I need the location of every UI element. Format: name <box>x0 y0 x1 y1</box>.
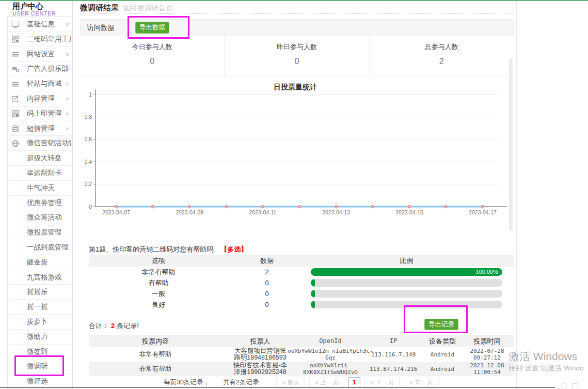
svg-text:2023-04-13: 2023-04-13 <box>322 209 350 215</box>
qr-code-icon <box>11 110 20 118</box>
progress-fill <box>311 301 315 308</box>
sidebar-item-golden-egg[interactable]: 砸金蛋 <box>7 255 72 270</box>
sidebar-item-scratch-card[interactable]: 幸运刮刮卡 <box>7 166 72 181</box>
poll-header-row: 选项 数据 比例 <box>89 255 514 267</box>
stat-yesterday: 昨日参与人数 0 <box>224 36 369 76</box>
progress-track: 100.00% <box>311 268 502 276</box>
export-records-button[interactable]: 导出记录 <box>424 319 458 330</box>
export-data-button[interactable]: 导出数据 <box>135 22 169 34</box>
svg-text:2023-04-07: 2023-04-07 <box>102 209 130 215</box>
chevron-down-icon: ∨ <box>65 106 70 121</box>
svg-text:0.2: 0.2 <box>84 181 92 187</box>
visit-data-label: 访问数据 <box>87 23 115 33</box>
stat-today: 今日参与人数 0 <box>80 36 224 76</box>
sidebar-menu: 基础信息 ∨ 二维码常用工具 网站设置 ∨ 广告人俱乐部 ∨ 轻站与商城 ∨ 内… <box>7 17 72 389</box>
progress-fill: 100.00% <box>311 268 502 276</box>
table-row: 非常有帮助 大客服项目营销张 路明18948186593 ooXbYwW1o12… <box>89 347 514 362</box>
sidebar-item-vote-mgmt[interactable]: 微投票管理 <box>7 225 72 240</box>
chevron-down-icon: ∨ <box>65 121 70 136</box>
sidebar-item-grid-game[interactable]: 九宫格游戏 <box>7 270 72 285</box>
header-divider <box>80 13 514 14</box>
stat-total: 总参与人数 2 <box>369 36 514 76</box>
svg-text:1: 1 <box>89 91 92 98</box>
progress-fill <box>311 279 315 287</box>
progress-track <box>311 290 502 298</box>
progress-track <box>311 301 502 308</box>
edit-icon <box>11 95 20 103</box>
chevron-down-icon: ∨ <box>65 47 70 62</box>
chat-icon <box>11 65 20 73</box>
stats-row: 今日参与人数 0 昨日参与人数 0 总参与人数 2 <box>80 36 514 76</box>
multi-select-tag: 【多选】 <box>220 245 247 253</box>
question-title: 第1题、快印客的营销二维码对您有帮助吗【多选】 <box>89 245 247 254</box>
faint-circle-icon <box>561 383 567 389</box>
record-count: 2 <box>111 322 115 330</box>
brand-logo: 用户中心 USER CENTER <box>7 1 72 17</box>
svg-text:0.8: 0.8 <box>84 114 92 120</box>
sidebar-item-big-wheel[interactable]: 超级大转盘 <box>7 151 72 166</box>
svg-text:2023-04-15: 2023-04-15 <box>395 209 423 215</box>
current-page-button[interactable]: 1 <box>348 377 360 387</box>
sidebar-item-ad-club[interactable]: 广告人俱乐部 ∨ <box>7 61 72 76</box>
vote-records-table: 投票内容 投票人 OpenId IP 设备类型 投票时间 非常有帮助 大客服项目… <box>89 335 514 376</box>
windows-activation-watermark-sub: 转到“设置”以激活 Windo <box>508 364 584 373</box>
table-row: 非常有帮助 快印客技术客服-李 泽册19902925248 ooXbYwX1ri… <box>89 362 514 376</box>
sidebar-item-wechat-marketing[interactable]: 微信营销活动管 <box>7 136 72 151</box>
svg-text:0: 0 <box>89 204 92 210</box>
sidebar-item-survey[interactable]: 微调研 <box>7 359 72 374</box>
list-icon <box>11 80 20 88</box>
progress-track <box>311 279 502 287</box>
chevron-down-icon: ∨ <box>65 76 70 91</box>
list-icon <box>11 50 20 58</box>
total-records-label: 共有2条记录 <box>223 378 259 387</box>
globe-icon <box>11 139 20 148</box>
sidebar-item-quiz-mgmt[interactable]: 一战到底管理 <box>7 240 72 255</box>
svg-text:2023-04-09: 2023-04-09 <box>176 209 203 215</box>
sidebar-item-code-print-mgmt[interactable]: 码上印管理 ∨ <box>7 106 72 121</box>
sidebar-item-lite-site-mall[interactable]: 轻站与商城 ∨ <box>7 76 72 91</box>
sidebar-item-site-settings[interactable]: 网站设置 ∨ <box>7 47 72 62</box>
progress-fill <box>311 290 315 298</box>
svg-text:2023-04-11: 2023-04-11 <box>249 209 277 215</box>
brand-title: 用户中心 <box>12 2 72 10</box>
database-icon <box>11 125 20 133</box>
sidebar-item-qr-tools[interactable]: 二维码常用工具 <box>7 32 72 47</box>
sidebar-item-yaoyaole[interactable]: 摇摇乐 <box>7 285 72 300</box>
sidebar-item-bull-luck[interactable]: 牛气冲天 <box>7 181 72 196</box>
svg-text:2023-04-17: 2023-04-17 <box>469 209 497 215</box>
records-summary: 合计：2条记录! <box>89 321 139 331</box>
qr-code-icon <box>11 35 20 43</box>
svg-text:0.6: 0.6 <box>84 136 92 142</box>
bottom-edge-line <box>0 387 555 388</box>
top-accent-line <box>0 0 588 1</box>
svg-text:0.4: 0.4 <box>84 159 92 165</box>
poll-row: 有帮助 0 <box>89 277 514 288</box>
poll-row: 一般 0 <box>89 288 514 299</box>
sidebar-item-boost[interactable]: 微助力 <box>7 330 72 345</box>
pagination: 每页30条记录， 共有2条记录 » 首页 » 上一页 1 » 下一页 » 末 页 <box>89 377 514 388</box>
sidebar-item-sms-mgmt[interactable]: 短信管理 ∨ <box>7 121 72 136</box>
sidebar-item-content-mgmt[interactable]: 内容管理 ∨ <box>7 91 72 106</box>
brand-subtitle: USER CENTER <box>12 10 72 17</box>
monitor-icon <box>11 21 20 29</box>
chevron-down-icon: ∨ <box>65 91 70 106</box>
sidebar-item-shake[interactable]: 摇一摇 <box>7 300 72 315</box>
windows-activation-watermark: 激活 Windows <box>508 349 577 364</box>
sidebar-right-border <box>72 1 73 389</box>
sidebar-item-coupon-mgmt[interactable]: 优惠券管理 <box>7 196 72 211</box>
scrollbar[interactable] <box>509 58 513 231</box>
sidebar-item-crowdfunding[interactable]: 微众筹活动 <box>7 210 72 225</box>
poll-results-table: 选项 数据 比例 非常有帮助 2 100.00% 有帮助 0 一般 0 良好 0 <box>89 255 514 310</box>
daily-vote-line-chart: 00.20.40.60.812023-04-072023-04-092023-0… <box>81 77 510 220</box>
sidebar-item-basic-info[interactable]: 基础信息 ∨ <box>7 17 72 32</box>
sidebar-item-pull-radish[interactable]: 拔萝卜 <box>7 315 72 330</box>
chevron-down-icon: ∨ <box>65 17 70 32</box>
faint-square-icon <box>572 383 578 389</box>
records-header-row: 投票内容 投票人 OpenId IP 设备类型 投票时间 <box>89 335 514 347</box>
per-page-label: 每页30条记录， <box>164 378 210 387</box>
sidebar-item-sign-in[interactable]: 微签到 <box>7 345 72 360</box>
content-right-border <box>516 1 517 389</box>
poll-row: 非常有帮助 2 100.00% <box>89 267 514 277</box>
page-title: 微调研结果 <box>80 3 119 13</box>
back-link[interactable]: 返回微调研首页 <box>122 4 173 13</box>
